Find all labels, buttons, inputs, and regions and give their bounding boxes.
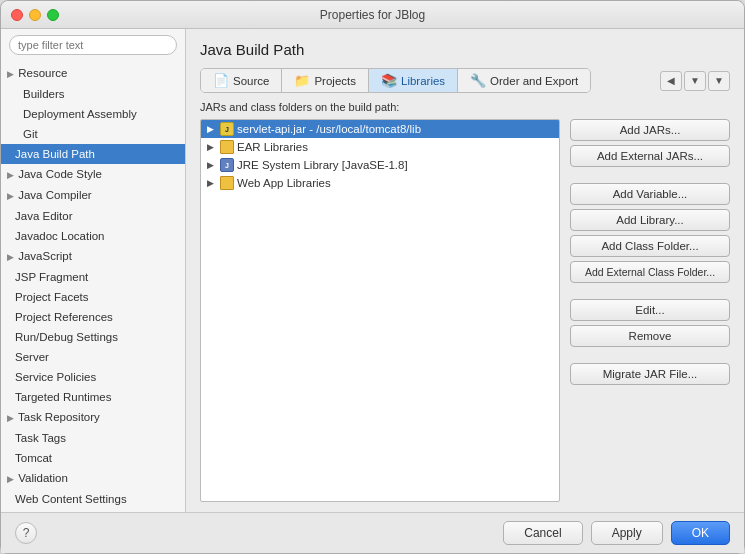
nav-arrows: ◀ ▼ ▼ — [660, 71, 730, 91]
maximize-button[interactable] — [47, 9, 59, 21]
arrow-icon: ▶ — [7, 249, 15, 265]
sidebar-item-task-repository[interactable]: ▶ Task Repository — [1, 407, 185, 428]
libraries-tab-icon: 📚 — [381, 73, 397, 88]
tree-item-servlet-api[interactable]: ▶ J servlet-api.jar - /usr/local/tomcat8… — [201, 120, 559, 138]
tree-item-servlet-api-label: servlet-api.jar - /usr/local/tomcat8/lib — [237, 123, 421, 135]
migrate-jar-button[interactable]: Migrate JAR File... — [570, 363, 730, 385]
help-icon: ? — [23, 526, 30, 540]
arrow-icon: ▶ — [7, 167, 15, 183]
buttons-panel: Add JARs... Add External JARs... Add Var… — [570, 119, 730, 502]
tree-item-web-app-label: Web App Libraries — [237, 177, 331, 189]
arrow-icon: ▶ — [7, 66, 15, 82]
sidebar-item-validation[interactable]: ▶ Validation — [1, 468, 185, 489]
tab-order-export[interactable]: 🔧 Order and Export — [458, 69, 590, 92]
tree-arrow-icon: ▶ — [207, 160, 217, 170]
apply-button[interactable]: Apply — [591, 521, 663, 545]
folder-icon — [220, 176, 234, 190]
sidebar-item-java-compiler[interactable]: ▶ Java Compiler — [1, 185, 185, 206]
sidebar-item-server[interactable]: Server — [1, 347, 185, 367]
add-variable-button[interactable]: Add Variable... — [570, 183, 730, 205]
sidebar-item-project-facets[interactable]: Project Facets — [1, 287, 185, 307]
minimize-button[interactable] — [29, 9, 41, 21]
projects-tab-icon: 📁 — [294, 73, 310, 88]
nav-dropdown-button[interactable]: ▼ — [708, 71, 730, 91]
sidebar-item-git[interactable]: Git — [1, 124, 185, 144]
sidebar-item-service-policies[interactable]: Service Policies — [1, 367, 185, 387]
add-jars-button[interactable]: Add JARs... — [570, 119, 730, 141]
help-area: ? — [15, 522, 37, 544]
center-area: ▶ J servlet-api.jar - /usr/local/tomcat8… — [200, 119, 730, 502]
sidebar-item-tomcat[interactable]: Tomcat — [1, 448, 185, 468]
sidebar: ▶ Resource Builders Deployment Assembly … — [1, 29, 186, 512]
sidebar-item-builders[interactable]: Builders — [1, 84, 185, 104]
ok-button[interactable]: OK — [671, 521, 730, 545]
close-button[interactable] — [11, 9, 23, 21]
sidebar-item-jsp-fragment[interactable]: JSP Fragment — [1, 267, 185, 287]
add-external-jars-button[interactable]: Add External JARs... — [570, 145, 730, 167]
sidebar-item-javascript[interactable]: ▶ JavaScript — [1, 246, 185, 267]
sidebar-item-javadoc-location[interactable]: Javadoc Location — [1, 226, 185, 246]
add-library-button[interactable]: Add Library... — [570, 209, 730, 231]
edit-button[interactable]: Edit... — [570, 299, 730, 321]
tree-arrow-icon: ▶ — [207, 124, 217, 134]
tab-libraries[interactable]: 📚 Libraries — [369, 69, 458, 92]
sidebar-item-run-debug-settings[interactable]: Run/Debug Settings — [1, 327, 185, 347]
nav-forward-button[interactable]: ▼ — [684, 71, 706, 91]
tree-panel[interactable]: ▶ J servlet-api.jar - /usr/local/tomcat8… — [200, 119, 560, 502]
arrow-icon: ▶ — [7, 188, 15, 204]
nav-back-button[interactable]: ◀ — [660, 71, 682, 91]
panel-title: Java Build Path — [200, 41, 730, 58]
jar-icon: J — [220, 122, 234, 136]
properties-window: Properties for JBlog ▶ Resource Builders… — [0, 0, 745, 554]
sidebar-item-project-references[interactable]: Project References — [1, 307, 185, 327]
sidebar-item-java-editor[interactable]: Java Editor — [1, 206, 185, 226]
description-text: JARs and class folders on the build path… — [200, 101, 730, 113]
main-content: ▶ Resource Builders Deployment Assembly … — [1, 29, 744, 512]
window-title: Properties for JBlog — [320, 8, 425, 22]
right-panel: Java Build Path 📄 Source 📁 Projects 📚 Li… — [186, 29, 744, 512]
tab-source-label: Source — [233, 75, 269, 87]
source-tab-icon: 📄 — [213, 73, 229, 88]
tab-libraries-label: Libraries — [401, 75, 445, 87]
add-external-class-folder-button[interactable]: Add External Class Folder... — [570, 261, 730, 283]
arrow-icon: ▶ — [7, 410, 15, 426]
traffic-lights — [11, 9, 59, 21]
tab-order-export-label: Order and Export — [490, 75, 578, 87]
tab-projects[interactable]: 📁 Projects — [282, 69, 369, 92]
tree-item-web-app-libraries[interactable]: ▶ Web App Libraries — [201, 174, 559, 192]
tab-source[interactable]: 📄 Source — [201, 69, 282, 92]
sidebar-item-targeted-runtimes[interactable]: Targeted Runtimes — [1, 387, 185, 407]
tree-item-ear-label: EAR Libraries — [237, 141, 308, 153]
btn-spacer-3 — [570, 351, 730, 359]
btn-spacer-1 — [570, 171, 730, 179]
sidebar-item-task-tags[interactable]: Task Tags — [1, 428, 185, 448]
tabs-container: 📄 Source 📁 Projects 📚 Libraries 🔧 Order … — [200, 68, 730, 93]
tree-arrow-icon: ▶ — [207, 142, 217, 152]
sidebar-item-java-code-style[interactable]: ▶ Java Code Style — [1, 164, 185, 185]
sidebar-list: ▶ Resource Builders Deployment Assembly … — [1, 61, 185, 512]
sidebar-item-web-content-settings[interactable]: Web Content Settings — [1, 489, 185, 509]
help-button[interactable]: ? — [15, 522, 37, 544]
footer: ? Cancel Apply OK — [1, 512, 744, 553]
sidebar-item-deployment-assembly[interactable]: Deployment Assembly — [1, 104, 185, 124]
tab-projects-label: Projects — [314, 75, 356, 87]
sidebar-item-resource[interactable]: ▶ Resource — [1, 63, 185, 84]
filter-input[interactable] — [9, 35, 177, 55]
cancel-button[interactable]: Cancel — [503, 521, 582, 545]
folder-icon — [220, 140, 234, 154]
sidebar-item-java-build-path[interactable]: Java Build Path — [1, 144, 185, 164]
tree-item-ear-libraries[interactable]: ▶ EAR Libraries — [201, 138, 559, 156]
btn-spacer-2 — [570, 287, 730, 295]
arrow-icon: ▶ — [7, 471, 15, 487]
add-class-folder-button[interactable]: Add Class Folder... — [570, 235, 730, 257]
tree-item-jre-system[interactable]: ▶ J JRE System Library [JavaSE-1.8] — [201, 156, 559, 174]
tree-item-jre-label: JRE System Library [JavaSE-1.8] — [237, 159, 408, 171]
order-export-tab-icon: 🔧 — [470, 73, 486, 88]
titlebar: Properties for JBlog — [1, 1, 744, 29]
remove-button[interactable]: Remove — [570, 325, 730, 347]
tree-arrow-icon: ▶ — [207, 178, 217, 188]
lib-icon: J — [220, 158, 234, 172]
tabs: 📄 Source 📁 Projects 📚 Libraries 🔧 Order … — [200, 68, 591, 93]
